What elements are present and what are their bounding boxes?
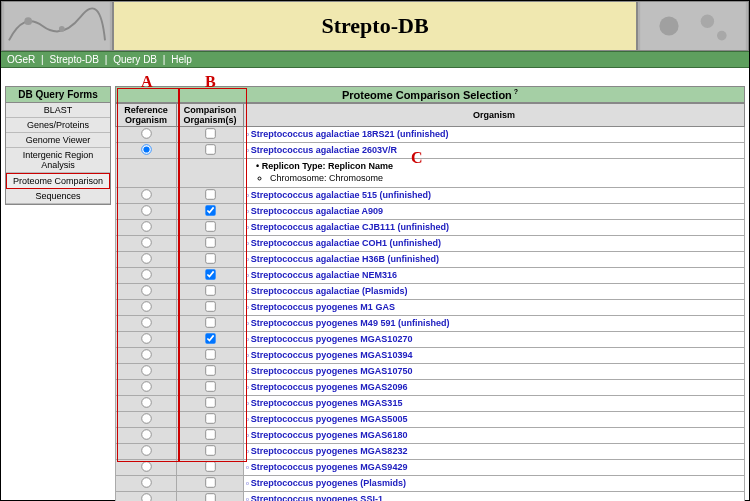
expand-icon[interactable]: ▫ (246, 130, 249, 139)
organism-link[interactable]: Streptococcus agalactiae CJB111 (unfinis… (251, 222, 449, 232)
comparison-checkbox[interactable] (205, 333, 215, 343)
sidebar: DB Query Forms BLASTGenes/ProteinsGenome… (5, 86, 111, 205)
organism-link[interactable]: Streptococcus pyogenes MGAS5005 (251, 414, 408, 424)
organism-link[interactable]: Streptococcus pyogenes SSI-1 (251, 494, 383, 501)
sidebar-item[interactable]: Genes/Proteins (6, 118, 110, 133)
replicon-item[interactable]: Chromosome: Chromosome (270, 173, 742, 183)
sidebar-item[interactable]: Genome Viewer (6, 133, 110, 148)
expand-icon[interactable]: ▫ (246, 271, 249, 280)
comparison-checkbox[interactable] (205, 285, 215, 295)
sidebar-item[interactable]: Sequences (6, 189, 110, 204)
comparison-checkbox[interactable] (205, 397, 215, 407)
comparison-checkbox[interactable] (205, 477, 215, 487)
reference-radio[interactable] (141, 397, 151, 407)
expand-icon[interactable]: ▫ (246, 146, 249, 155)
expand-icon[interactable]: ▫ (246, 303, 249, 312)
organism-link[interactable]: Streptococcus agalactiae 2603V/R (251, 145, 397, 155)
expand-icon[interactable]: ▫ (246, 191, 249, 200)
expand-icon[interactable]: ▫ (246, 239, 249, 248)
reference-radio[interactable] (141, 477, 151, 487)
comparison-checkbox[interactable] (205, 205, 215, 215)
comparison-checkbox[interactable] (205, 365, 215, 375)
comparison-checkbox[interactable] (205, 253, 215, 263)
reference-radio[interactable] (141, 381, 151, 391)
reference-radio[interactable] (141, 253, 151, 263)
organism-link[interactable]: Streptococcus agalactiae (Plasmids) (251, 286, 408, 296)
comparison-checkbox[interactable] (205, 381, 215, 391)
header-image-right (637, 1, 749, 51)
expand-icon[interactable]: ▫ (246, 223, 249, 232)
reference-radio[interactable] (141, 317, 151, 327)
reference-radio[interactable] (141, 461, 151, 471)
reference-radio[interactable] (141, 269, 151, 279)
organism-link[interactable]: Streptococcus agalactiae A909 (251, 206, 383, 216)
organism-link[interactable]: Streptococcus agalactiae NEM316 (251, 270, 397, 280)
help-icon[interactable]: ? (514, 88, 518, 95)
organism-link[interactable]: Streptococcus agalactiae 18RS21 (unfinis… (251, 129, 449, 139)
expand-icon[interactable]: ▫ (246, 335, 249, 344)
expand-icon[interactable]: ▫ (246, 463, 249, 472)
organism-link[interactable]: Streptococcus agalactiae H36B (unfinishe… (251, 254, 439, 264)
comparison-checkbox[interactable] (205, 144, 215, 154)
reference-radio[interactable] (141, 365, 151, 375)
comparison-checkbox[interactable] (205, 237, 215, 247)
comparison-checkbox[interactable] (205, 461, 215, 471)
comparison-checkbox[interactable] (205, 429, 215, 439)
organism-link[interactable]: Streptococcus pyogenes MGAS2096 (251, 382, 408, 392)
reference-radio[interactable] (141, 237, 151, 247)
comparison-checkbox[interactable] (205, 269, 215, 279)
organism-link[interactable]: Streptococcus pyogenes (Plasmids) (251, 478, 406, 488)
expand-icon[interactable]: ▫ (246, 383, 249, 392)
reference-radio[interactable] (141, 445, 151, 455)
expand-icon[interactable]: ▫ (246, 399, 249, 408)
expand-icon[interactable]: ▫ (246, 207, 249, 216)
expand-icon[interactable]: ▫ (246, 351, 249, 360)
reference-radio[interactable] (141, 144, 151, 154)
organism-link[interactable]: Streptococcus pyogenes MGAS10394 (251, 350, 413, 360)
comparison-checkbox[interactable] (205, 189, 215, 199)
table-row: ▫Streptococcus pyogenes SSI-1 (116, 491, 745, 501)
organism-link[interactable]: Streptococcus agalactiae 515 (unfinished… (251, 190, 431, 200)
expand-icon[interactable]: ▫ (246, 495, 249, 501)
expand-icon[interactable]: ▫ (246, 447, 249, 456)
organism-link[interactable]: Streptococcus pyogenes MGAS10270 (251, 334, 413, 344)
sidebar-item[interactable]: Proteome Comparison (6, 173, 110, 189)
expand-icon[interactable]: ▫ (246, 319, 249, 328)
reference-radio[interactable] (141, 333, 151, 343)
organism-link[interactable]: Streptococcus pyogenes MGAS10750 (251, 366, 413, 376)
comparison-checkbox[interactable] (205, 317, 215, 327)
comparison-checkbox[interactable] (205, 301, 215, 311)
expand-icon[interactable]: ▫ (246, 479, 249, 488)
reference-radio[interactable] (141, 301, 151, 311)
expand-icon[interactable]: ▫ (246, 287, 249, 296)
organism-link[interactable]: Streptococcus pyogenes MGAS315 (251, 398, 403, 408)
comparison-checkbox[interactable] (205, 493, 215, 501)
top-nav[interactable]: OGeR | Strepto-DB | Query DB | Help (1, 51, 749, 68)
expand-icon[interactable]: ▫ (246, 415, 249, 424)
organism-link[interactable]: Streptococcus pyogenes M49 591 (unfinish… (251, 318, 450, 328)
reference-radio[interactable] (141, 429, 151, 439)
organism-link[interactable]: Streptococcus pyogenes MGAS8232 (251, 446, 408, 456)
reference-radio[interactable] (141, 493, 151, 501)
expand-icon[interactable]: ▫ (246, 431, 249, 440)
reference-radio[interactable] (141, 285, 151, 295)
reference-radio[interactable] (141, 221, 151, 231)
organism-link[interactable]: Streptococcus pyogenes M1 GAS (251, 302, 395, 312)
expand-icon[interactable]: ▫ (246, 255, 249, 264)
organism-link[interactable]: Streptococcus agalactiae COH1 (unfinishe… (251, 238, 441, 248)
reference-radio[interactable] (141, 413, 151, 423)
organism-link[interactable]: Streptococcus pyogenes MGAS6180 (251, 430, 408, 440)
reference-radio[interactable] (141, 349, 151, 359)
comparison-checkbox[interactable] (205, 349, 215, 359)
expand-icon[interactable]: ▫ (246, 367, 249, 376)
reference-radio[interactable] (141, 205, 151, 215)
comparison-checkbox[interactable] (205, 221, 215, 231)
reference-radio[interactable] (141, 128, 151, 138)
sidebar-item[interactable]: BLAST (6, 103, 110, 118)
organism-link[interactable]: Streptococcus pyogenes MGAS9429 (251, 462, 408, 472)
comparison-checkbox[interactable] (205, 128, 215, 138)
reference-radio[interactable] (141, 189, 151, 199)
sidebar-item[interactable]: Intergenic Region Analysis (6, 148, 110, 173)
comparison-checkbox[interactable] (205, 445, 215, 455)
comparison-checkbox[interactable] (205, 413, 215, 423)
